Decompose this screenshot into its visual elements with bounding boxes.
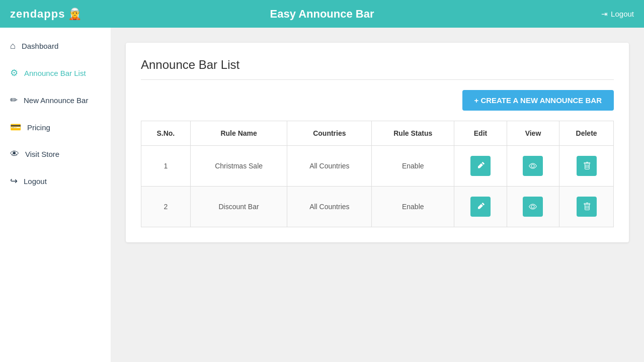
- cell-sno: 2: [141, 187, 191, 227]
- cell-rule-name: Discount Bar: [190, 187, 287, 227]
- layout: ⌂ Dashboard ⚙ Announce Bar List ✏ New An…: [0, 28, 644, 362]
- edit-icon: [476, 203, 485, 211]
- col-header-rule-status: Rule Status: [372, 121, 454, 146]
- cell-delete: [559, 146, 614, 187]
- home-icon: ⌂: [10, 41, 16, 51]
- sidebar-item-pricing[interactable]: 💳 Pricing: [0, 114, 111, 141]
- logo: zendapps 🧝: [10, 8, 82, 21]
- view-button[interactable]: [523, 197, 543, 217]
- sidebar-item-visit-store[interactable]: 👁 Visit Store: [0, 141, 111, 167]
- cell-edit: [454, 187, 507, 227]
- edit-icon: [476, 162, 485, 170]
- view-button[interactable]: [523, 156, 543, 176]
- cell-delete: [559, 187, 614, 227]
- col-header-sno: S.No.: [141, 121, 191, 146]
- logout-label: Logout: [611, 10, 634, 18]
- col-header-delete: Delete: [559, 121, 614, 146]
- col-header-rule-name: Rule Name: [190, 121, 287, 146]
- announce-bar-table: S.No. Rule Name Countries Rule Status Ed…: [141, 121, 614, 227]
- sidebar-item-dashboard[interactable]: ⌂ Dashboard: [0, 33, 111, 59]
- delete-button[interactable]: [577, 197, 597, 217]
- sidebar-item-new-announce-bar[interactable]: ✏ New Announce Bar: [0, 86, 111, 114]
- sidebar-label-announce-bar-list: Announce Bar List: [24, 69, 86, 77]
- sidebar-label-dashboard: Dashboard: [22, 42, 58, 50]
- sidebar-label-new-announce-bar: New Announce Bar: [24, 96, 88, 105]
- table-row: 1 Christmas Sale All Countries Enable: [141, 146, 614, 187]
- sidebar-label-visit-store: Visit Store: [25, 150, 59, 158]
- col-header-edit: Edit: [454, 121, 507, 146]
- sidebar-item-announce-bar-list[interactable]: ⚙ Announce Bar List: [0, 59, 111, 86]
- table-body: 1 Christmas Sale All Countries Enable: [141, 146, 614, 227]
- cell-countries: All Countries: [287, 187, 372, 227]
- sidebar-label-logout: Logout: [24, 177, 47, 186]
- edit-nav-icon: ✏: [10, 95, 18, 106]
- sidebar-label-pricing: Pricing: [27, 123, 50, 132]
- cell-countries: All Countries: [287, 146, 372, 187]
- edit-button[interactable]: [470, 197, 491, 217]
- create-announce-bar-button[interactable]: + CREATE A NEW ANNOUNCE BAR: [462, 90, 614, 111]
- delete-button[interactable]: [577, 156, 597, 176]
- table-row: 2 Discount Bar All Countries Enable: [141, 187, 614, 227]
- eye-nav-icon: 👁: [10, 149, 19, 159]
- delete-icon: [583, 203, 590, 211]
- cell-edit: [454, 146, 507, 187]
- delete-icon: [583, 162, 590, 170]
- logout-header-button[interactable]: ⇥ Logout: [601, 10, 634, 19]
- logout-icon: ⇥: [601, 10, 608, 19]
- col-header-countries: Countries: [287, 121, 372, 146]
- main-content: Announce Bar List + CREATE A NEW ANNOUNC…: [111, 28, 644, 362]
- view-icon: [529, 162, 537, 170]
- cell-view: [507, 187, 559, 227]
- cell-rule-name: Christmas Sale: [190, 146, 287, 187]
- cell-rule-status: Enable: [372, 187, 454, 227]
- view-icon: [529, 203, 537, 211]
- header: zendapps 🧝 Easy Announce Bar ⇥ Logout: [0, 0, 644, 28]
- cell-view: [507, 146, 559, 187]
- header-title: Easy Announce Bar: [270, 8, 374, 21]
- sidebar: ⌂ Dashboard ⚙ Announce Bar List ✏ New An…: [0, 28, 111, 362]
- logo-text: zendapps: [10, 8, 65, 21]
- gear-icon: ⚙: [10, 67, 18, 78]
- col-header-view: View: [507, 121, 559, 146]
- cell-rule-status: Enable: [372, 146, 454, 187]
- content-card: Announce Bar List + CREATE A NEW ANNOUNC…: [126, 43, 629, 242]
- logo-icon: 🧝: [68, 8, 82, 21]
- pricing-icon: 💳: [10, 122, 21, 133]
- cell-sno: 1: [141, 146, 191, 187]
- toolbar: + CREATE A NEW ANNOUNCE BAR: [141, 90, 614, 111]
- sidebar-item-logout[interactable]: ↪ Logout: [0, 167, 111, 195]
- edit-button[interactable]: [470, 156, 491, 176]
- page-title: Announce Bar List: [141, 58, 614, 80]
- table-header: S.No. Rule Name Countries Rule Status Ed…: [141, 121, 614, 146]
- logout-nav-icon: ↪: [10, 175, 18, 187]
